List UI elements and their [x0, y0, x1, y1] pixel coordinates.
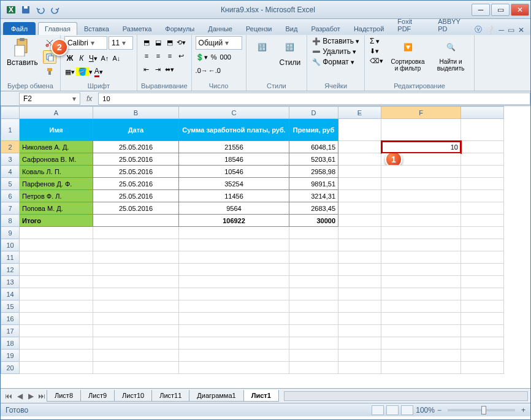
tab-nav-last-icon[interactable]: ⏭ [36, 391, 47, 402]
sheet-tab-9[interactable]: Лист9 [80, 390, 115, 402]
maximize-button[interactable]: ▭ [491, 4, 510, 16]
save-icon[interactable] [19, 3, 32, 17]
borders-icon[interactable]: ▦▾ [64, 66, 75, 78]
tab-review[interactable]: Рецензи [239, 22, 279, 35]
redo-icon[interactable] [48, 3, 62, 17]
decrease-decimal-icon[interactable]: ←.0 [208, 64, 221, 77]
tab-layout[interactable]: Разметка [116, 22, 159, 35]
row-5[interactable]: 5 [1, 178, 20, 190]
insert-cells-button[interactable]: ➕Вставить▾ [311, 36, 361, 46]
header-date[interactable]: Дата [93, 119, 179, 141]
fill-button[interactable]: ⬇▾ [369, 47, 384, 56]
col-F[interactable]: F [381, 107, 461, 119]
excel-icon[interactable]: X [4, 3, 18, 17]
row-4[interactable]: 4 [1, 166, 20, 178]
zoom-slider[interactable] [448, 409, 515, 411]
increase-decimal-icon[interactable]: .0→ [196, 64, 208, 77]
tab-file[interactable]: Файл [3, 22, 36, 35]
help-icon[interactable]: ❔ [486, 26, 495, 34]
total-label[interactable]: Итого [20, 215, 93, 227]
zoom-in-button[interactable]: + [521, 406, 525, 414]
tab-formulas[interactable]: Формулы [158, 22, 201, 35]
col-E[interactable]: E [338, 107, 381, 119]
underline-button[interactable]: Ч▾ [88, 52, 99, 64]
number-format-combo[interactable]: Общий▾ [196, 36, 242, 50]
orientation-icon[interactable]: ⟲▾ [176, 36, 187, 48]
align-bottom-icon[interactable]: ⬒ [164, 36, 175, 48]
bold-button[interactable]: Ж [64, 52, 75, 64]
tab-abbyy[interactable]: ABBYY PD [431, 15, 475, 35]
row-2[interactable]: 2 [1, 141, 20, 153]
horizontal-scrollbar[interactable] [284, 391, 528, 401]
autosum-button[interactable]: Σ▾ [369, 36, 384, 46]
close-button[interactable]: ✕ [511, 4, 529, 16]
col-D[interactable]: D [289, 107, 338, 119]
sort-filter-button[interactable]: 🔽Сортировка и фильтр [387, 36, 429, 73]
decrease-font-icon[interactable]: A↓ [111, 52, 122, 64]
row-6[interactable]: 6 [1, 190, 20, 202]
find-select-button[interactable]: 🔍Найти и выделить [431, 36, 470, 73]
row-8[interactable]: 8 [1, 215, 20, 227]
col-A[interactable]: A [20, 107, 93, 119]
row-3[interactable]: 3 [1, 153, 20, 166]
format-cells-button[interactable]: 🔧Формат▾ [311, 57, 361, 67]
selected-cell-F2[interactable]: 10 [381, 141, 461, 153]
view-normal-icon[interactable] [372, 405, 384, 415]
tab-nav-first-icon[interactable]: ⏮ [3, 391, 14, 402]
col-G[interactable] [461, 107, 504, 119]
tab-addins[interactable]: Надстрой [347, 22, 391, 35]
view-page-icon[interactable] [386, 405, 399, 415]
tab-nav-prev-icon[interactable]: ◀ [14, 391, 25, 402]
percent-icon[interactable]: % [208, 51, 220, 63]
comma-icon[interactable]: 000 [220, 51, 231, 63]
worksheet-grid[interactable]: A B C D E F 1 Имя Дата Сумма заработной … [1, 106, 530, 388]
header-salary[interactable]: Сумма заработной платы, руб. [179, 119, 289, 141]
col-C[interactable]: C [179, 107, 289, 119]
clear-button[interactable]: ⌫▾ [369, 56, 384, 66]
format-painter-icon[interactable] [43, 64, 56, 78]
undo-icon[interactable] [34, 3, 47, 17]
fx-icon[interactable]: fx [80, 94, 98, 103]
decrease-indent-icon[interactable]: ⇤ [141, 63, 152, 75]
increase-font-icon[interactable]: A↑ [99, 52, 110, 64]
row-1[interactable]: 1 [1, 119, 20, 141]
delete-cells-button[interactable]: ➖Удалить▾ [311, 47, 361, 56]
tab-dev[interactable]: Разработ [304, 22, 346, 35]
tab-insert[interactable]: Вставка [77, 22, 116, 35]
view-break-icon[interactable] [401, 405, 413, 415]
cond-format-button[interactable]: 🔢 [250, 36, 275, 58]
tab-view[interactable]: Вид [279, 22, 305, 35]
col-B[interactable]: B [93, 107, 179, 119]
header-name[interactable]: Имя [20, 119, 93, 141]
row-7[interactable]: 7 [1, 202, 20, 215]
tab-data[interactable]: Данные [201, 22, 239, 35]
increase-indent-icon[interactable]: ⇥ [153, 63, 164, 75]
merge-icon[interactable]: ⬌▾ [164, 63, 175, 75]
sheet-tab-10[interactable]: Лист10 [114, 390, 152, 402]
name-box[interactable]: F2▾ [19, 93, 80, 105]
zoom-out-button[interactable]: − [437, 406, 441, 414]
win-restore-icon[interactable]: ▭ [508, 26, 514, 34]
formula-input[interactable]: 10 [98, 93, 530, 105]
tab-home[interactable]: Главная [38, 22, 77, 35]
table-row[interactable]: Николаев А. Д. [20, 141, 93, 153]
italic-button[interactable]: К [76, 52, 87, 64]
font-name-combo[interactable]: Calibri▾ [64, 36, 107, 50]
select-all-corner[interactable] [1, 107, 20, 119]
sheet-tab-1[interactable]: Лист1 [243, 390, 279, 402]
sheet-tab-diagram[interactable]: Диаграмма1 [189, 390, 243, 402]
fill-color-icon[interactable]: 🪣▾ [76, 66, 93, 78]
font-size-combo[interactable]: 11▾ [109, 36, 133, 50]
header-bonus[interactable]: Премия, руб [289, 119, 338, 141]
tab-foxit[interactable]: Foxit PDF [391, 15, 431, 35]
align-right-icon[interactable]: ≡ [164, 50, 175, 62]
minimize-ribbon-icon[interactable]: ⓥ [475, 25, 482, 35]
minimize-button[interactable]: ─ [472, 4, 490, 16]
sheet-tab-8[interactable]: Лист8 [47, 390, 81, 402]
styles-button[interactable]: 🔠Стили [277, 36, 304, 68]
sheet-tab-11[interactable]: Лист11 [151, 390, 189, 402]
currency-icon[interactable]: 💲▾ [196, 51, 208, 63]
align-center-icon[interactable]: ≡ [153, 50, 164, 62]
win-close-icon[interactable]: ✕ [518, 26, 524, 34]
align-middle-icon[interactable]: ⬓ [153, 36, 164, 48]
